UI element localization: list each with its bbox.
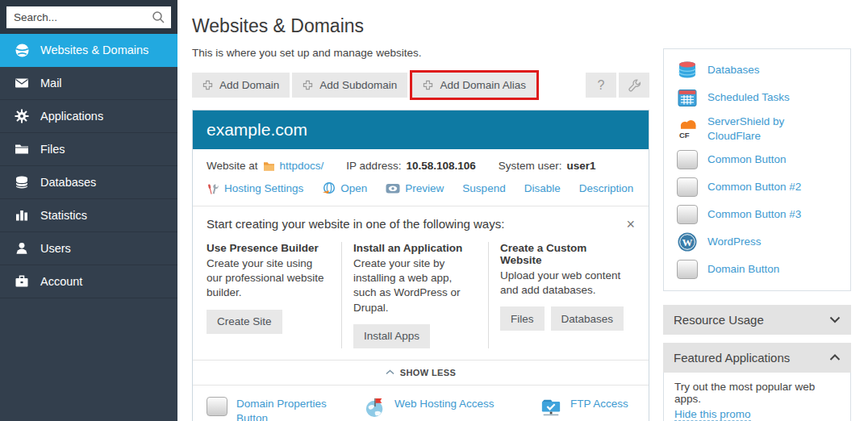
toolbar-help-group: ? (586, 73, 649, 98)
promo-column-text: Create your site by installing a web app… (353, 256, 478, 315)
web-hosting-access-link[interactable]: Web Hosting Access (394, 397, 495, 411)
right-tool-label[interactable]: Scheduled Tasks (707, 90, 790, 105)
tools-icon (207, 182, 219, 195)
preview-link[interactable]: Preview (405, 182, 444, 194)
right-tool-databases[interactable]: Databases (664, 56, 850, 84)
add-domain-button[interactable]: Add Domain (192, 73, 290, 98)
right-tool-common-button[interactable]: Common Button (664, 146, 850, 173)
help-button[interactable]: ? (586, 73, 616, 98)
databases-button[interactable]: Databases (551, 306, 624, 331)
search-input[interactable] (6, 6, 171, 28)
right-tool-label[interactable]: Common Button #3 (707, 207, 801, 222)
sidebar-item-label: Mail (40, 77, 62, 90)
promo-title: Start creating your website in one of th… (207, 217, 504, 231)
ftp-folder-icon (540, 397, 561, 418)
featured-apps-text: Try out the most popular web apps. (674, 381, 840, 405)
ftp-access-link[interactable]: FTP Access (570, 397, 628, 411)
install-apps-button[interactable]: Install Apps (353, 324, 430, 348)
domain-properties-link[interactable]: Domain Properties Button (236, 397, 340, 421)
promo-column-presence-builder: Use Presence Builder Create your site us… (207, 242, 341, 348)
sidebar: Websites & Domains Mail Applications Fil… (0, 0, 177, 421)
domain-properties-tool[interactable]: Domain Properties Button Additional comm… (207, 397, 365, 421)
hide-promo-link[interactable]: Hide this promo (674, 408, 751, 421)
right-tool-servershield[interactable]: CF ServerShield by CloudFlare (664, 111, 850, 146)
gray-button-icon (677, 260, 698, 279)
right-tool-label[interactable]: Databases (707, 63, 760, 77)
globe-icon (14, 43, 30, 57)
right-tool-label[interactable]: Common Button #2 (707, 180, 801, 194)
promo-column-custom-website: Create a Custom Website Upload your web … (488, 242, 635, 348)
right-tool-common-button-2[interactable]: Common Button #2 (664, 173, 850, 201)
show-less-toggle[interactable]: SHOW LESS (193, 360, 649, 385)
featured-applications-header[interactable]: Featured Applications (663, 343, 851, 373)
sidebar-item-label: Account (40, 275, 82, 288)
plus-icon (423, 80, 433, 90)
cloudflare-icon: CF (677, 119, 698, 140)
folder-icon (14, 142, 30, 156)
sidebar-item-websites-domains[interactable]: Websites & Domains (0, 34, 177, 67)
calendar-icon (677, 87, 698, 108)
hosting-settings-link[interactable]: Hosting Settings (224, 182, 303, 194)
sidebar-item-label: Applications (40, 110, 103, 123)
disable-link[interactable]: Disable (524, 182, 561, 194)
right-tool-label[interactable]: WordPress (707, 235, 762, 249)
ip-value: 10.58.108.106 (406, 160, 475, 172)
search-icon[interactable] (152, 10, 165, 27)
right-panel: Databases Scheduled Tasks CF ServerShiel… (663, 48, 851, 421)
right-tool-common-button-3[interactable]: Common Button #3 (664, 201, 850, 228)
briefcase-icon (14, 274, 30, 289)
create-site-button[interactable]: Create Site (207, 310, 282, 334)
sidebar-item-applications[interactable]: Applications (0, 100, 177, 133)
suspend-link[interactable]: Suspend (462, 182, 505, 194)
sidebar-item-mail[interactable]: Mail (0, 67, 177, 100)
featured-applications-title: Featured Applications (674, 351, 790, 365)
svg-text:W: W (682, 236, 693, 248)
bar-chart-icon (14, 208, 30, 223)
sidebar-item-account[interactable]: Account (0, 265, 177, 298)
ftp-access-tool[interactable]: FTP Access (540, 397, 635, 421)
resource-usage-title: Resource Usage (674, 313, 764, 327)
show-less-label: SHOW LESS (400, 368, 457, 377)
open-link[interactable]: Open (340, 182, 367, 194)
gray-button-icon (677, 150, 698, 169)
right-tool-label[interactable]: Domain Button (707, 262, 779, 277)
close-icon[interactable]: × (626, 217, 635, 231)
chevron-up-icon (829, 354, 841, 361)
toolbar: Add Domain Add Subdomain Add Domain Alia… (192, 70, 649, 100)
domain-card: example.com Website at httpdocs/ IP addr… (192, 110, 649, 421)
add-domain-alias-button[interactable]: Add Domain Alias (412, 73, 536, 98)
web-hosting-access-tool[interactable]: Web Hosting Access (365, 397, 540, 421)
add-subdomain-button[interactable]: Add Subdomain (292, 73, 407, 98)
globe-flag-icon (365, 397, 386, 418)
orange-folder-icon (263, 160, 275, 171)
httpdocs-link[interactable]: httpdocs/ (280, 160, 324, 172)
files-button[interactable]: Files (500, 306, 545, 331)
gray-button-icon (677, 177, 698, 197)
right-tool-wordpress[interactable]: W WordPress (664, 228, 850, 256)
promo-column-heading: Install an Application (353, 242, 478, 254)
right-tool-label[interactable]: Common Button (707, 152, 787, 167)
right-tool-label[interactable]: ServerShield by CloudFlare (707, 115, 837, 143)
resource-usage-header[interactable]: Resource Usage (663, 305, 851, 335)
database-icon (14, 175, 30, 190)
sidebar-item-files[interactable]: Files (0, 133, 177, 166)
sidebar-item-label: Statistics (40, 209, 87, 222)
sidebar-item-label: Files (40, 143, 65, 156)
red-highlight-box: Add Domain Alias (410, 70, 539, 100)
description-link[interactable]: Description (579, 182, 634, 194)
getting-started-promo: Start creating your website in one of th… (193, 206, 649, 360)
domain-actions-row: Hosting Settings Open Preview Suspend Di… (193, 174, 649, 206)
sidebar-item-users[interactable]: Users (0, 232, 177, 265)
promo-column-heading: Create a Custom Website (500, 242, 624, 266)
gray-button-icon (677, 205, 698, 224)
sidebar-item-statistics[interactable]: Statistics (0, 199, 177, 232)
right-tool-scheduled-tasks[interactable]: Scheduled Tasks (664, 84, 850, 111)
page-title: Websites & Domains (192, 15, 649, 37)
right-tool-domain-button[interactable]: Domain Button (664, 256, 850, 283)
plesk-panel: Websites & Domains Mail Applications Fil… (0, 0, 868, 421)
settings-wrench-button[interactable] (619, 73, 649, 98)
system-user-value: user1 (567, 160, 596, 172)
plus-icon (202, 80, 213, 90)
sidebar-item-databases[interactable]: Databases (0, 166, 177, 199)
promo-column-text: Create your site using our professional … (207, 256, 331, 301)
